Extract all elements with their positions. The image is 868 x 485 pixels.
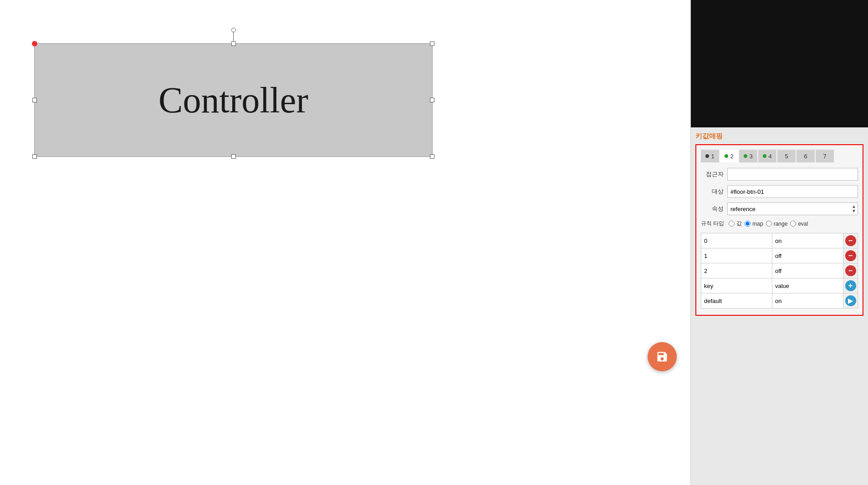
- tab-3[interactable]: 3: [739, 150, 757, 162]
- property-select[interactable]: reference value text class: [727, 202, 858, 215]
- radio-value[interactable]: 값: [729, 220, 742, 227]
- map-table: − − −: [701, 233, 858, 308]
- map-key-default[interactable]: [701, 293, 772, 308]
- map-confirm-button[interactable]: ▶: [845, 295, 856, 306]
- handle-top-center[interactable]: [231, 41, 236, 46]
- map-key-new[interactable]: [701, 278, 772, 293]
- tab-4[interactable]: 4: [758, 150, 776, 162]
- rotation-line: [233, 32, 234, 41]
- key-mapping-title: 키값매핑: [695, 132, 863, 141]
- rule-type-label: 규칙 타입: [701, 220, 724, 227]
- map-key-1[interactable]: [701, 248, 772, 263]
- tab-1-label: 1: [711, 153, 714, 160]
- target-input[interactable]: [727, 185, 858, 198]
- map-remove-1[interactable]: −: [845, 250, 856, 261]
- save-icon: [656, 350, 669, 363]
- handle-bottom-right[interactable]: [430, 154, 434, 159]
- tab-3-dot: [744, 154, 747, 158]
- tab-2-dot: [725, 154, 728, 158]
- map-row-new: +: [701, 278, 858, 293]
- tab-6[interactable]: 6: [797, 150, 815, 162]
- tab-7-label: 7: [823, 153, 826, 160]
- target-label: 대상: [701, 187, 724, 196]
- property-row: 속성 reference value text class ▲▼: [701, 202, 858, 215]
- right-panel: 키값매핑 1 2 3 4: [690, 0, 868, 485]
- map-action-cell-new: +: [843, 278, 858, 293]
- tab-7[interactable]: 7: [816, 150, 834, 162]
- map-remove-2[interactable]: −: [845, 265, 856, 276]
- radio-eval[interactable]: eval: [790, 221, 808, 227]
- map-action-cell-0: −: [843, 233, 858, 248]
- radio-range[interactable]: range: [766, 221, 788, 227]
- handle-middle-left[interactable]: [32, 98, 37, 102]
- tab-5[interactable]: 5: [777, 150, 796, 162]
- tab-2[interactable]: 2: [720, 150, 738, 162]
- map-action-cell-2: −: [843, 263, 858, 278]
- map-row-0: −: [701, 233, 858, 248]
- map-value-new[interactable]: [772, 278, 843, 293]
- radio-map[interactable]: map: [745, 221, 763, 227]
- handle-bottom-left[interactable]: [32, 154, 37, 159]
- handle-middle-right[interactable]: [430, 98, 434, 102]
- property-label: 속성: [701, 205, 724, 213]
- tab-3-label: 3: [749, 153, 752, 160]
- rule-type-row: 규칙 타입 값 map range eval: [701, 220, 858, 227]
- target-row: 대상: [701, 185, 858, 198]
- map-add-button[interactable]: +: [845, 280, 856, 291]
- accessor-label: 접근자: [701, 170, 724, 178]
- mapping-panel: 1 2 3 4 5 6: [695, 144, 863, 316]
- map-row-1: −: [701, 248, 858, 263]
- handle-bottom-center[interactable]: [231, 154, 236, 159]
- map-row-2: −: [701, 263, 858, 278]
- map-value-0[interactable]: [772, 233, 843, 248]
- tab-4-dot: [763, 154, 766, 158]
- tab-5-label: 5: [785, 153, 788, 160]
- map-value-2[interactable]: [772, 263, 843, 278]
- preview-area: [691, 0, 868, 127]
- key-mapping-section: 키값매핑 1 2 3 4: [691, 127, 868, 485]
- canvas-area: Controller: [0, 0, 690, 485]
- handle-top-left-red[interactable]: [32, 41, 37, 46]
- map-action-cell-1: −: [843, 248, 858, 263]
- map-row-default: ▶: [701, 293, 858, 308]
- controller-box[interactable]: Controller: [34, 43, 433, 157]
- tabs-row: 1 2 3 4 5 6: [701, 150, 858, 162]
- controller-label: Controller: [158, 80, 308, 121]
- map-value-1[interactable]: [772, 248, 843, 263]
- accessor-input[interactable]: [727, 168, 858, 181]
- accessor-row: 접근자: [701, 168, 858, 181]
- map-action-cell-default: ▶: [843, 293, 858, 308]
- map-value-default[interactable]: [772, 293, 843, 308]
- map-key-2[interactable]: [701, 263, 772, 278]
- map-remove-0[interactable]: −: [845, 235, 856, 246]
- map-key-0[interactable]: [701, 233, 772, 248]
- property-select-wrapper: reference value text class ▲▼: [727, 202, 858, 215]
- rotation-handle[interactable]: [231, 28, 236, 32]
- tab-6-label: 6: [804, 153, 807, 160]
- tab-1-dot: [705, 154, 709, 158]
- handle-top-right[interactable]: [430, 41, 434, 46]
- save-button[interactable]: [648, 342, 677, 371]
- tab-4-label: 4: [768, 153, 771, 160]
- tab-1[interactable]: 1: [701, 150, 719, 162]
- tab-2-label: 2: [730, 153, 733, 160]
